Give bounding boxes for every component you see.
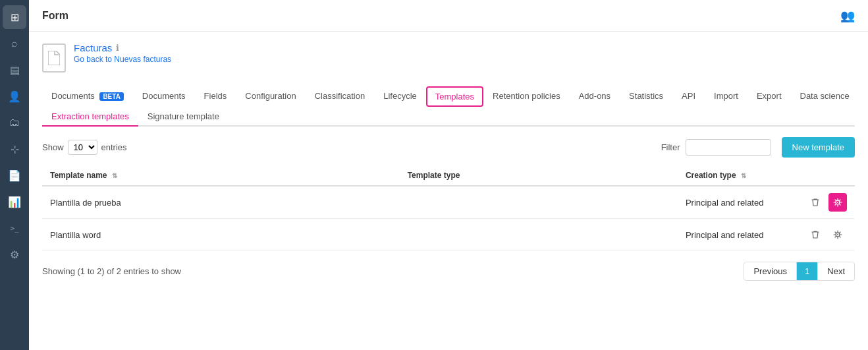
entries-select[interactable]: 10 25 50 — [68, 140, 97, 155]
table-row: Plantilla word Principal and related — [42, 219, 855, 251]
row-actions-1 — [806, 193, 847, 212]
sidebar-icon-chart[interactable]: 📊 — [3, 190, 26, 214]
tab-extraction-templates[interactable]: Extraction templates — [42, 107, 138, 127]
info-icon[interactable]: ℹ — [116, 43, 119, 53]
document-title-row: Facturas ℹ — [74, 42, 171, 53]
cell-template-type-2 — [400, 219, 678, 251]
col-header-template-type[interactable]: Template type — [400, 165, 678, 186]
col-header-creation-type[interactable]: Creation type ⇅ — [678, 165, 798, 186]
svg-point-3 — [837, 234, 838, 235]
tab-api[interactable]: API — [672, 86, 705, 107]
sidebar-icon-terminal[interactable]: >_ — [3, 216, 26, 240]
filter-row: Filter — [661, 139, 771, 156]
sidebar: ⊞ ⌕ ▤ 👤 🗂 ⊹ 📄 📊 >_ ⚙ — [0, 0, 29, 350]
show-entries: Show 10 25 50 entries — [42, 140, 127, 155]
sidebar-icon-document[interactable]: 📄 — [3, 163, 26, 187]
document-title-link[interactable]: Facturas — [74, 42, 112, 53]
sidebar-icon-home[interactable]: ⊞ — [3, 5, 26, 29]
filter-label: Filter — [661, 142, 680, 152]
cell-creation-type-1: Principal and related — [678, 186, 798, 219]
main-content: Form 👥 Facturas ℹ Go back to Nuevas fact… — [29, 0, 868, 350]
show-label: Show — [42, 142, 64, 152]
tab-documents[interactable]: Documents — [133, 86, 195, 107]
entries-label: entries — [101, 142, 127, 152]
sort-icon-name: ⇅ — [112, 172, 117, 179]
sidebar-icon-users[interactable]: 👤 — [3, 84, 26, 108]
tab-data-science[interactable]: Data science — [791, 86, 859, 107]
sidebar-icon-settings[interactable]: ⚙ — [3, 243, 26, 266]
tab-documents-beta[interactable]: Documents BETA — [42, 86, 133, 107]
tab-templates[interactable]: Templates — [426, 86, 483, 107]
previous-button[interactable]: Previous — [744, 262, 797, 281]
document-icon — [42, 44, 66, 73]
tabs-row2: Extraction templates Signature template — [42, 107, 855, 125]
tab-add-ons[interactable]: Add-ons — [570, 86, 620, 107]
tab-classification[interactable]: Classification — [306, 86, 375, 107]
tab-configuration[interactable]: Configuration — [236, 86, 305, 107]
current-page[interactable]: 1 — [797, 262, 817, 281]
document-header: Facturas ℹ Go back to Nuevas facturas — [42, 42, 855, 73]
templates-table: Template name ⇅ Template type Creation t… — [42, 165, 855, 251]
showing-text: Showing (1 to 2) of 2 entries to show — [42, 266, 181, 276]
content-area: Facturas ℹ Go back to Nuevas facturas Do… — [29, 32, 868, 350]
cell-template-type-1 — [400, 186, 678, 219]
new-template-button[interactable]: New template — [782, 137, 855, 158]
tab-lifecycle[interactable]: Lifecycle — [374, 86, 426, 107]
cell-actions-1 — [798, 186, 855, 219]
sidebar-icon-folder[interactable]: 🗂 — [3, 111, 26, 134]
users-icon[interactable]: 👥 — [840, 9, 855, 23]
filter-input[interactable] — [686, 139, 771, 156]
tab-retention-policies[interactable]: Retention policies — [483, 86, 570, 107]
sidebar-icon-tree[interactable]: ⊹ — [3, 137, 26, 161]
pagination-buttons: Previous 1 Next — [744, 262, 855, 281]
sidebar-icon-search[interactable]: ⌕ — [3, 32, 26, 55]
page-header: Form 👥 — [29, 0, 868, 32]
tabs-container: Documents BETA Documents Fields Configur… — [42, 86, 855, 127]
tab-export[interactable]: Export — [747, 86, 791, 107]
document-info: Facturas ℹ Go back to Nuevas facturas — [74, 42, 171, 64]
tab-fields[interactable]: Fields — [195, 86, 236, 107]
tabs-row1: Documents BETA Documents Fields Configur… — [42, 86, 855, 106]
row-actions-2 — [806, 225, 847, 244]
page-title: Form — [42, 10, 68, 22]
col-header-actions — [798, 165, 855, 186]
table-header-row: Template name ⇅ Template type Creation t… — [42, 165, 855, 186]
pagination-row: Showing (1 to 2) of 2 entries to show Pr… — [42, 262, 855, 281]
cell-template-name-1: Plantilla de prueba — [42, 186, 400, 219]
tab-statistics[interactable]: Statistics — [620, 86, 672, 107]
tab-import[interactable]: Import — [705, 86, 747, 107]
cell-template-name-2: Plantilla word — [42, 219, 400, 251]
cell-creation-type-2: Principal and related — [678, 219, 798, 251]
delete-button-1[interactable] — [806, 193, 825, 212]
document-back-link[interactable]: Go back to Nuevas facturas — [74, 55, 171, 64]
next-button[interactable]: Next — [817, 262, 855, 281]
edit-button-1[interactable] — [828, 193, 847, 212]
col-header-template-name[interactable]: Template name ⇅ — [42, 165, 400, 186]
table-body: Plantilla de prueba Principal and relate… — [42, 186, 855, 251]
edit-button-2[interactable] — [828, 225, 847, 244]
svg-point-1 — [837, 202, 838, 203]
table-row: Plantilla de prueba Principal and relate… — [42, 186, 855, 219]
tab-signature-template[interactable]: Signature template — [138, 107, 229, 127]
sort-icon-creation: ⇅ — [741, 172, 746, 179]
beta-badge: BETA — [99, 92, 123, 101]
cell-actions-2 — [798, 219, 855, 251]
delete-button-2[interactable] — [806, 225, 825, 244]
sidebar-icon-barcode[interactable]: ▤ — [3, 58, 26, 82]
table-area: Show 10 25 50 entries Filter New templat… — [42, 127, 855, 291]
